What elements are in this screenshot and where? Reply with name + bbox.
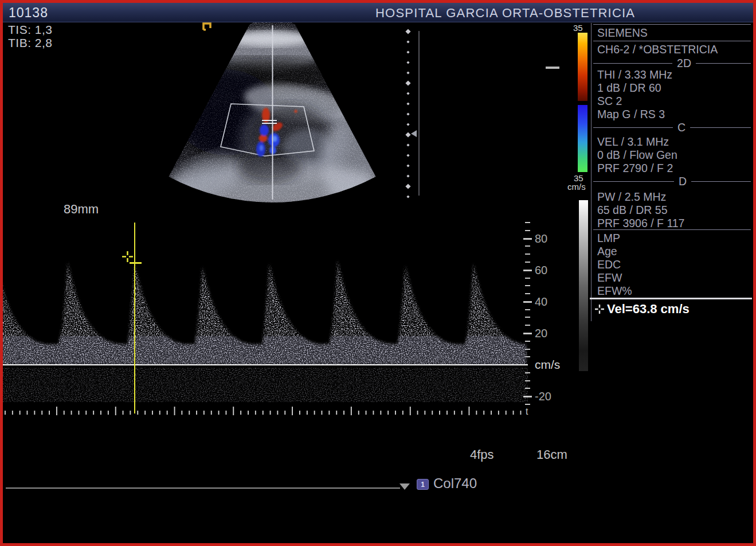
b-mode-row: SC 2: [597, 95, 751, 107]
velocity-tick-label: cm/s: [535, 358, 560, 372]
measure-cursor-line[interactable]: [134, 223, 135, 414]
parameter-panel: SIEMENS CH6-2 / *OBSTETRICIA 2D THI / 3.…: [592, 22, 753, 377]
tis-value: TIS: 1,3: [8, 23, 53, 36]
hospital-title: HOSPITAL GARCIA ORTA-OBSTETRICIA: [375, 6, 635, 21]
b-mode-row: THI / 3.33 MHz: [597, 68, 751, 81]
velocity-tick-label: 80: [535, 232, 547, 245]
measurement-separator: [590, 298, 752, 299]
header-bar: 10138 HOSPITAL GARCIA ORTA-OBSTETRICIA: [3, 3, 753, 22]
focus-marker: [411, 130, 417, 137]
depth-scale: [400, 25, 423, 201]
bmode-image: [160, 16, 390, 205]
brand-label: SIEMENS: [597, 26, 751, 39]
map-slider-track[interactable]: [6, 487, 400, 489]
tib-value: TIB: 2,8: [8, 36, 53, 49]
ob-field-efw: EFW: [597, 271, 751, 284]
ob-field-age: Age: [597, 245, 751, 258]
color-map-name: Col740: [433, 475, 477, 492]
map-slider-thumb[interactable]: [399, 483, 410, 490]
velocity-tick-label: 40: [535, 295, 547, 308]
doppler-row: PW / 2.5 MHz: [597, 190, 751, 203]
measure-cursor-crosshair[interactable]: [122, 251, 133, 262]
section-d-label: D: [674, 175, 691, 188]
time-axis-ticks: [5, 407, 521, 415]
b-mode-row: 1 dB / DR 60: [597, 81, 751, 94]
velocity-value: Vel=63.8 cm/s: [607, 302, 690, 317]
velocity-measurement: Vel=63.8 cm/s: [595, 302, 690, 317]
grayscale-bar: [579, 200, 588, 371]
svg-text:t: t: [526, 407, 528, 416]
image-depth: 16cm: [536, 447, 567, 462]
section-2d-separator: 2D: [593, 57, 751, 69]
color-row: PRF 2790 / F 2: [597, 162, 751, 174]
section-c-label: C: [673, 121, 690, 134]
ob-field-lmp: LMP: [597, 232, 751, 244]
ultrasound-screen: t: [0, 0, 756, 546]
b-mode-row: Map G / RS 3: [597, 108, 751, 120]
color-row: 0 dB / Flow Gen: [597, 149, 751, 161]
velocity-tick-label: -20: [535, 390, 551, 403]
map-index-badge[interactable]: 1: [417, 479, 429, 490]
transducer-preset: CH6-2 / *OBSTETRICIA: [597, 43, 751, 56]
ob-field-edc: EDC: [597, 258, 751, 271]
flowbar-top-label: 35: [573, 23, 583, 33]
gain-indicator: [546, 67, 559, 69]
flow-colorbar-forward: [578, 33, 587, 101]
gate-depth-label: 89mm: [64, 202, 99, 217]
doppler-row: 65 dB / DR 55: [597, 204, 751, 216]
probe-orientation-icon: [201, 21, 213, 32]
velocity-tick-label: 60: [535, 263, 547, 276]
ob-field-efwp: EFW%: [597, 284, 751, 297]
flowbar-unit: cm/s: [567, 182, 586, 192]
measure-cursor-tick: [130, 262, 142, 264]
section-c-separator: C: [593, 122, 751, 133]
section-d-separator: D: [593, 176, 751, 187]
color-row: VEL / 3.1 MHz: [597, 135, 751, 148]
doppler-row: PRF 3906 / F 117: [597, 217, 751, 229]
thermal-indices: TIS: 1,3 TIB: 2,8: [8, 23, 53, 49]
measure-crosshair-icon: [595, 305, 604, 314]
frame-rate: 4fps: [470, 447, 494, 462]
doppler-baseline: [2, 364, 528, 365]
flow-colorbar-reverse: [578, 105, 587, 172]
patient-id: 10138: [9, 5, 48, 21]
velocity-tick-label: 20: [535, 326, 547, 340]
panel-edge-line: [591, 23, 592, 321]
bmode-tissue: [160, 16, 390, 205]
